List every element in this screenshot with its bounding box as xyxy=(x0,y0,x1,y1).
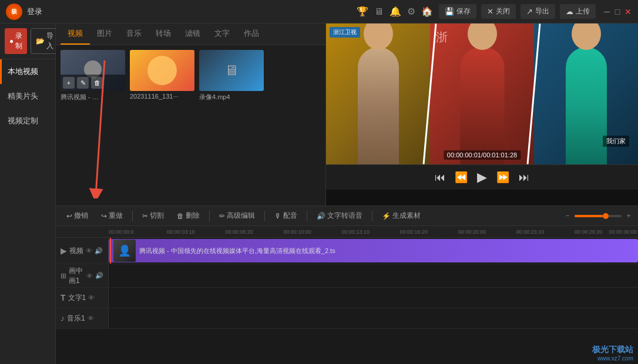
media-item-0[interactable]: + ✎ 🗑 腾讯视频 - … xyxy=(61,50,125,102)
plus-icon[interactable]: ＋ xyxy=(625,211,632,221)
save-icon: 💾 xyxy=(445,7,454,16)
media-label-2: 录像4.mp4 xyxy=(199,93,264,102)
playhead[interactable] xyxy=(110,238,111,264)
tts-button[interactable]: 🔊 文字转语音 xyxy=(312,209,367,223)
import-icon: 📂 xyxy=(36,37,45,45)
header-actions: 💾 保存 ✕ 关闭 ↗ 导出 ☁ 上传 xyxy=(439,4,596,19)
ruler-3: 00:00:10:00 xyxy=(283,229,311,235)
edit-icon: ✏ xyxy=(219,212,225,220)
toolbar-divider-1 xyxy=(132,211,133,221)
frame-back-button[interactable]: ⏪ xyxy=(455,171,468,184)
tab-text[interactable]: 文字 xyxy=(207,23,237,45)
pip-audio-icon[interactable]: 🔊 xyxy=(95,272,103,279)
pip-track-content xyxy=(109,264,638,287)
media-thumb-2: 🖥 xyxy=(199,50,264,91)
sidebar: ● 录制 📂 导入 本地视频 精美片头 视频定制 xyxy=(0,23,56,364)
toolbar-divider-4 xyxy=(307,211,307,221)
bell-icon[interactable]: 🔔 xyxy=(389,6,401,17)
skip-end-button[interactable]: ⏭ xyxy=(519,171,529,184)
frame-forward-button[interactable]: ⏩ xyxy=(496,171,509,184)
thumb-delete-0[interactable]: 🗑 xyxy=(91,77,103,89)
close-label: 关闭 xyxy=(496,6,510,16)
video-track-name: 视频 xyxy=(69,246,83,256)
music-track: ♪ 音乐1 👁 xyxy=(56,308,638,329)
generate-button[interactable]: ⚡ 生成素材 xyxy=(377,209,425,223)
minus-icon[interactable]: － xyxy=(564,211,571,221)
record-label: 录制 xyxy=(15,31,22,51)
sidebar-item-custom[interactable]: 视频定制 xyxy=(0,109,55,133)
window-controls: ─ □ ✕ xyxy=(603,8,632,16)
upload-button[interactable]: ☁ 上传 xyxy=(560,4,596,19)
app-title: 登录 xyxy=(27,6,357,17)
pip-eye-icon[interactable]: 👁 xyxy=(86,272,93,279)
watermark-main: 极光下载站 xyxy=(592,345,633,355)
trophy-icon[interactable]: 🏆 xyxy=(357,6,368,17)
tts-icon: 🔊 xyxy=(317,212,325,220)
home-icon[interactable]: 🏠 xyxy=(421,6,433,17)
advanced-edit-button[interactable]: ✏ 高级编辑 xyxy=(214,209,260,223)
play-button[interactable]: ▶ xyxy=(477,170,487,185)
photo-center: 浙 xyxy=(430,23,534,164)
settings-icon[interactable]: ⚙ xyxy=(407,6,415,17)
thumb-add-0[interactable]: + xyxy=(63,77,75,89)
export-button[interactable]: ↗ 导出 xyxy=(521,4,555,19)
tab-video[interactable]: 视频 xyxy=(61,23,90,45)
media-grid: + ✎ 🗑 腾讯视频 - … xyxy=(56,45,325,205)
skip-start-button[interactable]: ⏮ xyxy=(435,171,445,184)
clip-thumbnail: 👤 xyxy=(113,240,136,262)
minimize-button[interactable]: ─ xyxy=(603,8,611,16)
music-eye-icon[interactable]: 👁 xyxy=(88,315,94,322)
dub-button[interactable]: 🎙 配音 xyxy=(270,209,302,223)
music-track-name: 音乐1 xyxy=(67,314,85,323)
volume-thumb[interactable] xyxy=(603,213,609,219)
video-play-icon: ▶ xyxy=(61,246,67,255)
tab-works[interactable]: 作品 xyxy=(237,23,266,45)
save-button[interactable]: 💾 保存 xyxy=(439,4,476,19)
media-thumb-1 xyxy=(130,50,194,91)
video-track-label: ▶ 视频 👁 🔊 xyxy=(56,238,109,264)
mic-icon: 🎙 xyxy=(274,212,281,220)
video-eye-icon[interactable]: 👁 xyxy=(86,247,92,254)
timeline-area: 00:00:00:0 00:00:03:10 00:00:06:20 00:00… xyxy=(56,226,638,364)
sidebar-top-actions: ● 录制 📂 导入 xyxy=(0,23,55,59)
main-layout: ● 录制 📂 导入 本地视频 精美片头 视频定制 视频 xyxy=(0,23,638,364)
delete-button[interactable]: 🗑 删除 xyxy=(172,209,204,223)
music-track-content xyxy=(109,308,638,328)
pip-track-name: 画中画1 xyxy=(69,266,84,286)
text-track-name: 文字1 xyxy=(68,293,86,303)
video-track-content: 👤 腾讯视频 - 中国领先的在线视频媒体平台,海量高清视频在线观看_2.ts xyxy=(109,238,638,264)
cut-button[interactable]: ✂ 切割 xyxy=(137,209,169,223)
ruler-7: 00:00:23:10 xyxy=(516,229,545,235)
import-label: 导入 xyxy=(46,31,53,51)
record-button[interactable]: ● 录制 xyxy=(5,28,27,54)
tab-music[interactable]: 音乐 xyxy=(119,23,149,45)
text-eye-icon[interactable]: 👁 xyxy=(88,294,95,301)
media-tabs: 视频 图片 音乐 转场 滤镜 文字 xyxy=(56,23,325,45)
screen-icon[interactable]: 🖥 xyxy=(374,6,384,17)
tab-photo[interactable]: 图片 xyxy=(90,23,119,45)
import-button[interactable]: 📂 导入 xyxy=(31,28,59,54)
volume-track[interactable] xyxy=(575,215,622,217)
export-icon: ↗ xyxy=(526,7,533,16)
close-project-button[interactable]: ✕ 关闭 xyxy=(481,4,516,19)
tab-transition[interactable]: 转场 xyxy=(149,23,178,45)
thumb-edit-0[interactable]: ✎ xyxy=(77,77,89,89)
tab-filter[interactable]: 滤镜 xyxy=(178,23,207,45)
redo-button[interactable]: ↪ 重做 xyxy=(96,209,127,223)
toolbar-divider-2 xyxy=(209,211,210,221)
video-clip[interactable]: 👤 腾讯视频 - 中国领先的在线视频媒体平台,海量高清视频在线观看_2.ts xyxy=(109,239,638,262)
timeline-ruler: 00:00:00:0 00:00:03:10 00:00:06:20 00:00… xyxy=(109,226,638,237)
undo-button[interactable]: ↩ 撤销 xyxy=(62,209,93,223)
ruler-label-spacer xyxy=(56,226,109,237)
title-icons: 🏆 🖥 🔔 ⚙ 🏠 xyxy=(357,6,433,17)
window-close-button[interactable]: ✕ xyxy=(624,8,632,16)
media-item-1[interactable]: 20231116_131··· xyxy=(130,50,194,102)
media-item-2[interactable]: 🖥 录像4.mp4 xyxy=(199,50,264,102)
sidebar-item-featured[interactable]: 精美片头 xyxy=(0,84,55,109)
toolbar-divider-5 xyxy=(372,211,372,221)
video-audio-icon[interactable]: 🔊 xyxy=(95,247,103,255)
sidebar-item-local-video[interactable]: 本地视频 xyxy=(0,59,55,84)
ruler-2: 00:00:06:20 xyxy=(225,229,253,235)
local-video-label: 本地视频 xyxy=(8,67,38,76)
maximize-button[interactable]: □ xyxy=(613,8,622,16)
